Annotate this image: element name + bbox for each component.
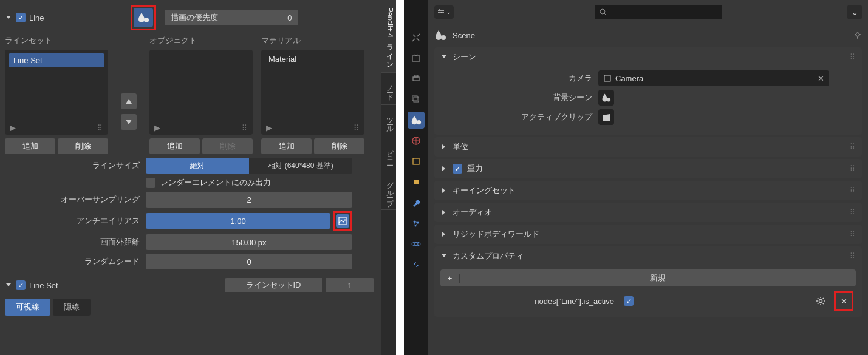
units-collapse[interactable]	[440, 143, 448, 150]
custom-prop-delete[interactable]: ✕	[837, 294, 850, 308]
panel-grip-icon[interactable]: ⠿	[850, 186, 856, 195]
options-dropdown[interactable]: ⌄	[847, 5, 862, 19]
prop-tab-modifier[interactable]	[408, 194, 425, 211]
keying-collapse[interactable]	[440, 187, 448, 194]
move-up-button[interactable]	[121, 93, 137, 109]
search-input[interactable]	[595, 5, 722, 19]
prop-tab-output[interactable]	[408, 70, 425, 87]
audio-collapse[interactable]	[440, 209, 448, 216]
line-size-rel[interactable]: 相対 (640*480 基準)	[249, 158, 352, 174]
draw-priority-label: 描画の優先度	[171, 12, 218, 23]
gear-icon[interactable]	[816, 296, 825, 306]
line-enable-checkbox[interactable]: ✓	[16, 13, 26, 22]
gravity-collapse[interactable]	[440, 165, 448, 172]
oversampling-field[interactable]: 2	[146, 192, 352, 208]
material-item[interactable]: Material	[265, 53, 361, 65]
render-elem-only-label: レンダーエレメントにのみ出力	[160, 177, 271, 188]
globe-icon	[411, 136, 421, 146]
svg-rect-2	[412, 56, 420, 61]
material-delete-button[interactable]: 削除	[314, 138, 364, 154]
tab-visible[interactable]: 可視線	[5, 299, 50, 316]
material-add-button[interactable]: 追加	[261, 138, 312, 154]
list-grip-icon[interactable]: ⠿	[354, 124, 360, 132]
bg-scene-picker[interactable]	[598, 90, 614, 106]
object-add-button[interactable]: 追加	[149, 138, 200, 154]
side-tab-pencil[interactable]: Pencil+ 4 ライン	[381, 0, 396, 73]
prop-tab-render[interactable]	[408, 50, 425, 67]
lineset-id-field[interactable]: 1	[326, 278, 374, 292]
offscreen-field[interactable]: 150.00 px	[146, 234, 352, 250]
lineset-collapse[interactable]	[5, 282, 12, 289]
square-corners-icon	[411, 177, 421, 187]
line-size-abs[interactable]: 絶対	[146, 158, 249, 174]
tab-hidden[interactable]: 隠線	[53, 299, 91, 316]
side-tab-group[interactable]: グループ	[381, 169, 396, 210]
play-icon[interactable]: ▶	[266, 123, 272, 132]
rigid-collapse[interactable]	[440, 231, 448, 238]
line-size-segmented[interactable]: 絶対 相対 (640*480 基準)	[146, 158, 352, 174]
prop-tab-viewlayer[interactable]	[408, 91, 425, 108]
panel-grip-icon[interactable]: ⠿	[850, 252, 856, 260]
active-clip-label: アクティブクリップ	[440, 112, 598, 123]
lineset-list[interactable]: Line Set ▶ ⠿	[5, 50, 108, 135]
lineset-delete-button[interactable]: 削除	[58, 138, 108, 154]
prop-tab-physics[interactable]	[408, 235, 425, 252]
list-grip-icon[interactable]: ⠿	[242, 124, 248, 132]
antialias-label: アンチエイリアス	[5, 215, 146, 226]
panel-grip-icon[interactable]: ⠿	[850, 53, 856, 61]
move-down-button[interactable]	[121, 114, 137, 130]
prop-tab-tool[interactable]	[408, 29, 425, 46]
panel-grip-icon[interactable]: ⠿	[850, 164, 856, 173]
lineset-column-label: ラインセット	[5, 35, 108, 46]
side-tab-view[interactable]: ビュー	[381, 137, 396, 169]
collapse-toggle[interactable]	[5, 14, 12, 21]
lineset-enable-checkbox[interactable]: ✓	[16, 280, 26, 290]
pin-icon[interactable]	[853, 31, 862, 39]
list-grip-icon[interactable]: ⠿	[97, 124, 103, 132]
render-elem-only-checkbox[interactable]	[146, 178, 155, 188]
object-list[interactable]: ▶ ⠿	[149, 50, 253, 135]
annotation-line-node-icon	[131, 5, 156, 30]
prop-tab-object[interactable]	[408, 174, 425, 191]
sliders-icon	[437, 8, 445, 16]
prop-tab-particles[interactable]	[408, 215, 425, 232]
prop-tab-collection[interactable]	[408, 153, 425, 170]
side-tab-node[interactable]: ノード	[381, 73, 396, 105]
svg-point-14	[414, 242, 418, 246]
camera-value: Camera	[615, 74, 643, 83]
side-tab-tool[interactable]: ツール	[381, 105, 396, 137]
clapper-icon	[602, 113, 610, 121]
panel-grip-icon[interactable]: ⠿	[850, 143, 856, 151]
play-icon[interactable]: ▶	[10, 123, 16, 132]
svg-rect-18	[604, 75, 610, 81]
scene-panel-collapse[interactable]	[440, 53, 448, 61]
random-seed-field[interactable]: 0	[146, 254, 352, 269]
annotation-antialias-image-icon	[333, 211, 352, 231]
tv-icon	[411, 53, 421, 63]
lineset-add-button[interactable]: 追加	[5, 138, 55, 154]
antialias-field[interactable]: 1.00	[146, 213, 330, 229]
clear-icon[interactable]: ✕	[818, 74, 824, 83]
custom-collapse[interactable]	[440, 252, 448, 260]
offscreen-label: 画面外距離	[5, 237, 146, 248]
editor-type-switch[interactable]: ⌄	[434, 5, 454, 19]
custom-title: カスタムプロパティ	[453, 251, 524, 262]
draw-priority-field[interactable]: 描画の優先度 0	[165, 10, 298, 25]
active-clip-picker[interactable]	[598, 109, 614, 125]
gravity-checkbox[interactable]: ✓	[453, 164, 462, 174]
play-icon[interactable]: ▶	[154, 123, 160, 132]
camera-field[interactable]: Camera ✕	[598, 70, 829, 86]
panel-grip-icon[interactable]: ⠿	[850, 230, 856, 238]
antialias-image-button[interactable]	[336, 214, 349, 228]
lineset-item[interactable]: Line Set	[9, 53, 104, 67]
audio-title: オーディオ	[453, 207, 492, 218]
prop-tab-constraints[interactable]	[408, 256, 425, 273]
line-size-label: ラインサイズ	[5, 160, 146, 171]
line-node-icon-button[interactable]	[134, 8, 153, 27]
custom-prop-checkbox[interactable]: ✓	[624, 296, 634, 306]
prop-tab-world[interactable]	[408, 132, 425, 149]
panel-grip-icon[interactable]: ⠿	[850, 208, 856, 217]
prop-tab-scene[interactable]	[408, 112, 425, 129]
custom-new-button[interactable]: + 新規	[440, 269, 856, 286]
material-list[interactable]: Material ▶ ⠿	[261, 50, 364, 135]
